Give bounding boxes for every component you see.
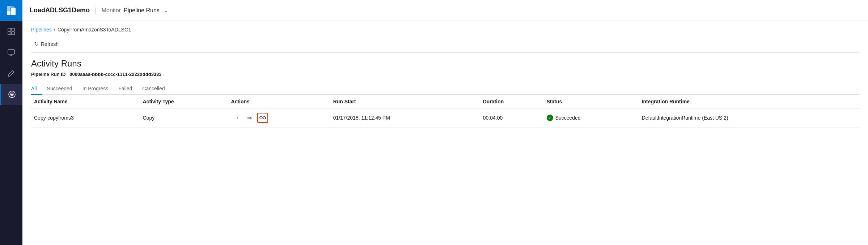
tab-in-progress[interactable]: In Progress xyxy=(77,83,114,95)
activity-runs-table-container: Activity Name Activity Type Actions Run … xyxy=(31,95,859,128)
topbar-pipeline-runs: Pipeline Runs xyxy=(124,7,160,14)
cell-duration: 00:04:00 xyxy=(480,108,544,128)
cell-integration-runtime: DefaultIntegrationRuntime (East US 2) xyxy=(639,108,859,128)
status-text: Succeeded xyxy=(555,115,581,121)
col-status: Status xyxy=(544,95,639,108)
table-header-row: Activity Name Activity Type Actions Run … xyxy=(31,95,859,108)
svg-rect-4 xyxy=(8,28,11,31)
action-arrow-right-2[interactable]: ⇒ xyxy=(244,113,255,123)
status-success-icon: ✓ xyxy=(547,115,553,121)
action-arrow-right-1[interactable]: → xyxy=(231,113,242,123)
breadcrumb: Pipelines / CopyFromAmazonS3ToADLSG1 xyxy=(31,27,859,33)
col-run-start: Run Start xyxy=(330,95,480,108)
svg-point-15 xyxy=(263,117,266,119)
sidebar-logo xyxy=(0,0,22,21)
sidebar-item-edit[interactable] xyxy=(0,63,22,84)
actions-cell: → ⇒ xyxy=(231,113,327,123)
breadcrumb-separator: / xyxy=(54,27,55,33)
topbar-chevron-icon[interactable]: ⌄ xyxy=(164,8,168,13)
svg-rect-1 xyxy=(11,8,16,15)
pipeline-run-id-row: Pipeline Run ID 0000aaaa-bbbb-cccc-1111-… xyxy=(31,72,859,77)
cell-status: ✓ Succeeded xyxy=(544,108,639,128)
tab-all[interactable]: All xyxy=(31,83,42,95)
refresh-label: Refresh xyxy=(41,41,59,47)
table-row: Copy-copyfroms3 Copy → ⇒ xyxy=(31,108,859,128)
tab-cancelled[interactable]: Cancelled xyxy=(137,83,170,95)
run-id-value: 0000aaaa-bbbb-cccc-1111-2222dddd3333 xyxy=(69,72,161,77)
run-id-label: Pipeline Run ID xyxy=(31,72,65,77)
cell-activity-name: Copy-copyfroms3 xyxy=(31,108,140,128)
col-integration-runtime: Integration Runtime xyxy=(639,95,859,108)
activity-runs-table: Activity Name Activity Type Actions Run … xyxy=(31,95,859,128)
svg-rect-0 xyxy=(7,10,10,15)
cell-run-start: 01/17/2018, 11:12:45 PM xyxy=(330,108,480,128)
workspace-title: LoadADLSG1Demo xyxy=(30,7,90,14)
sidebar-item-activity[interactable] xyxy=(0,84,22,105)
tab-succeeded[interactable]: Succeeded xyxy=(42,83,77,95)
col-duration: Duration xyxy=(480,95,544,108)
section-title: Activity Runs xyxy=(31,59,859,69)
svg-rect-7 xyxy=(12,32,14,35)
svg-rect-5 xyxy=(12,28,14,31)
col-activity-type: Activity Type xyxy=(140,95,228,108)
refresh-icon: ↻ xyxy=(34,40,39,47)
svg-rect-8 xyxy=(8,50,14,54)
main-content: LoadADLSG1Demo | Monitor Pipeline Runs ⌄… xyxy=(22,0,868,245)
content-area: Pipelines / CopyFromAmazonS3ToADLSG1 ↻ R… xyxy=(22,21,868,245)
svg-point-13 xyxy=(11,94,12,95)
topbar-monitor: Monitor xyxy=(102,7,121,14)
sidebar xyxy=(0,0,22,245)
cell-activity-type: Copy xyxy=(140,108,228,128)
breadcrumb-current-pipeline: CopyFromAmazonS3ToADLSG1 xyxy=(58,27,131,33)
svg-point-14 xyxy=(260,117,262,119)
status-cell: ✓ Succeeded xyxy=(547,115,636,121)
sidebar-item-dashboard[interactable] xyxy=(0,21,22,42)
svg-rect-6 xyxy=(8,32,11,35)
col-actions: Actions xyxy=(228,95,330,108)
sidebar-item-monitor[interactable] xyxy=(0,42,22,63)
cell-actions: → ⇒ xyxy=(228,108,330,128)
col-activity-name: Activity Name xyxy=(31,95,140,108)
tab-failed[interactable]: Failed xyxy=(113,83,137,95)
topbar: LoadADLSG1Demo | Monitor Pipeline Runs ⌄ xyxy=(22,0,868,21)
divider xyxy=(31,52,859,53)
refresh-button[interactable]: ↻ Refresh xyxy=(31,38,62,50)
filter-tabs: All Succeeded In Progress Failed Cancell… xyxy=(31,83,859,95)
topbar-separator: | xyxy=(95,7,97,14)
breadcrumb-pipelines-link[interactable]: Pipelines xyxy=(31,27,52,33)
action-glasses-button[interactable] xyxy=(257,113,268,123)
